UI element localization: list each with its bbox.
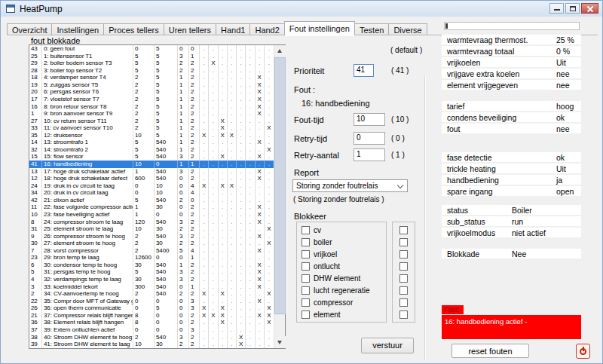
tab-overzicht[interactable]: Overzicht	[7, 23, 52, 35]
table-row[interactable]: 283: boiler top sensor T25522........	[29, 67, 274, 75]
blokkeer-item-ontlucht: ontlucht	[302, 262, 340, 271]
table-row[interactable]: 432: verdampings temp te laag3054032....…	[29, 276, 274, 283]
table-row[interactable]: 333: koelmiddel tekort30054001......X.	[29, 283, 274, 291]
tab-uren-tellers[interactable]: Uren tellers	[164, 23, 216, 35]
checkbox[interactable]	[302, 298, 310, 307]
status-label: warmtevraag totaal	[447, 47, 514, 56]
prioriteit-input[interactable]: 41	[354, 64, 374, 77]
row-flag-cell: .	[246, 240, 255, 247]
table-row[interactable]: 4116: handbediening10011........	[29, 161, 274, 168]
table-row[interactable]: 1023: fase beveiliging actief1002......X…	[29, 211, 274, 219]
row-flag-cell: .	[219, 247, 228, 255]
row-flag-cell: .	[219, 197, 228, 204]
tab-testen[interactable]: Testen	[354, 23, 389, 35]
table-row[interactable]: 184: verdamper sensor T42512......X.	[29, 74, 274, 81]
table-row[interactable]: 3027: element stroom te hoog23022.......…	[29, 240, 274, 247]
table-row[interactable]: 3420: druk in cv circuit laag01004......…	[29, 189, 274, 197]
checkbox[interactable]	[302, 226, 310, 234]
checkbox[interactable]	[302, 250, 310, 258]
table-row[interactable]: 2710: cv return sensor T112512..X.....	[29, 118, 274, 125]
table-row[interactable]: 195: zuiggas sensor T52512......X.	[29, 81, 274, 89]
fouttijd-input[interactable]: 10	[354, 113, 385, 126]
table-row[interactable]: 824: compressor stroom te laag12054032..…	[29, 219, 274, 226]
tab-hand2[interactable]: Hand2	[249, 23, 284, 35]
table-row[interactable]: 3638: Element relais blijft hangen8002..…	[29, 319, 274, 326]
checkbox[interactable]	[302, 310, 310, 319]
tab-fout-instellingen[interactable]: Fout instellingen	[284, 21, 355, 35]
verstuur-button[interactable]: verstuur	[361, 338, 414, 353]
maximize-button[interactable]	[565, 3, 580, 14]
row-value4-cell: 2	[189, 334, 200, 341]
table-row[interactable]: 3840: Stroom DHW element te hoog254032..…	[29, 334, 274, 341]
checkbox[interactable]	[399, 286, 408, 295]
table-row[interactable]: 630: condensor temp te hoog3054012......…	[29, 262, 274, 269]
table-row[interactable]: 2636: open therm communicatie0503X.X....…	[29, 304, 274, 312]
retrytijd-input[interactable]: 0	[354, 132, 385, 145]
checkbox[interactable]	[302, 238, 310, 246]
table-row[interactable]: 3125: element stroom te laag103022......…	[29, 225, 274, 233]
checkbox[interactable]	[302, 274, 310, 283]
table-row[interactable]: 3311: cv aanvoer sensor T102512..X....X	[29, 124, 274, 132]
table-row[interactable]: 251: buitensensor T15531........	[29, 53, 274, 60]
retryaantal-input[interactable]: 1	[354, 148, 385, 161]
checkbox[interactable]	[302, 262, 310, 271]
scroll-down-button[interactable]	[274, 336, 286, 348]
tab-instellingen[interactable]: Instellingen	[51, 23, 104, 35]
checkbox[interactable]	[302, 286, 310, 295]
row-flag-cell: .	[265, 268, 274, 276]
tab-hand1[interactable]: Hand1	[216, 23, 250, 35]
table-row[interactable]: 926: compressor stroom te hoog254032....…	[29, 233, 274, 240]
status-value: ok	[556, 153, 565, 162]
close-button[interactable]	[581, 3, 598, 14]
minimize-button[interactable]	[549, 3, 564, 14]
scroll-up-button[interactable]	[274, 45, 286, 57]
table-row[interactable]: 2419: druk in cv circuit te laag01004X.X…	[29, 182, 274, 190]
prioriteit-label: Prioriteit	[294, 66, 324, 75]
table-row[interactable]: 2329: bron temp te laag12600001........	[29, 254, 274, 262]
table-row[interactable]: 1515: flow sensor554032..X...X.	[29, 153, 274, 161]
table-row[interactable]: 1413: stroomtrafo 1554012......X.	[29, 139, 274, 146]
table-row[interactable]: 234: CV-aanvoertemp te hoog254022X.X....…	[29, 290, 274, 298]
table-row[interactable]: 2235: Compr door MFT of Gateway ge0003..…	[29, 298, 274, 305]
table-row[interactable]: 177: vloeistof sensor T72512......X.	[29, 96, 274, 103]
row-name-cell: 8: bron retour sensor T8	[42, 103, 133, 111]
row-value2-cell: 5	[155, 103, 178, 111]
power-button[interactable]	[576, 344, 590, 359]
table-row[interactable]: 1218: hoge druk schakelaar defect6005400…	[29, 175, 274, 182]
report-select[interactable]: Storing zonder foutrelais	[292, 179, 408, 192]
table-row[interactable]: 3214: stroomtrafo 2554012.......X	[29, 146, 274, 154]
table-row[interactable]: 3512: druksensor10512X.XX....	[29, 132, 274, 139]
checkbox[interactable]	[399, 226, 408, 234]
checkbox[interactable]	[399, 310, 408, 319]
table-row[interactable]: 531: persgas temp te hoog554032......X.	[29, 268, 274, 276]
row-value1-cell: 0	[133, 45, 155, 53]
row-flag-cell: .	[265, 74, 274, 81]
checkbox[interactable]	[399, 298, 408, 307]
row-value2-cell: 10	[155, 189, 178, 197]
scrollbar-thumb[interactable]	[274, 57, 286, 314]
row-value1-cell: 5	[133, 197, 155, 204]
table-row[interactable]: 292: boiler bodem sensor T35522.X......	[29, 60, 274, 67]
tab-diverse[interactable]: Diverse	[388, 23, 427, 35]
checkbox[interactable]	[399, 274, 408, 283]
table-row[interactable]: 3739: Extern ontluchten actief0003......…	[29, 326, 274, 334]
reset-fouten-button[interactable]: reset fouten	[451, 344, 529, 358]
row-flag-cell: .	[237, 298, 246, 305]
checkbox[interactable]	[399, 250, 408, 258]
row-value3-cell: 1	[178, 132, 189, 139]
vertical-scrollbar[interactable]	[274, 45, 285, 348]
table-row[interactable]: 1122: fase volgorde compressor actief130…	[29, 203, 274, 211]
table-row[interactable]: 206: persgas sensor T62512......X.	[29, 88, 274, 96]
table-row[interactable]: 430: geen fout0500........	[29, 45, 274, 53]
table-row[interactable]: 4221: clixon actief554020........	[29, 197, 274, 204]
table-row[interactable]: 3941: Stroom DHW element te laag103022..…	[29, 341, 274, 348]
table-row[interactable]: 728: vorst compressor2540054......X.	[29, 247, 274, 255]
checkbox[interactable]	[399, 238, 408, 246]
row-value4-cell: 2	[189, 319, 200, 326]
table-row[interactable]: 1317: hoge druk schakelaar actief154032.…	[29, 168, 274, 176]
table-row[interactable]: 19: bron aanvoer sensor T92512......X.	[29, 110, 274, 118]
table-row[interactable]: 2137: Compressor relais blijft hangen800…	[29, 312, 274, 320]
checkbox[interactable]	[399, 262, 408, 271]
tab-proces-tellers[interactable]: Proces tellers	[103, 23, 164, 35]
table-row[interactable]: 168: bron retour sensor T82512......X.	[29, 103, 274, 111]
